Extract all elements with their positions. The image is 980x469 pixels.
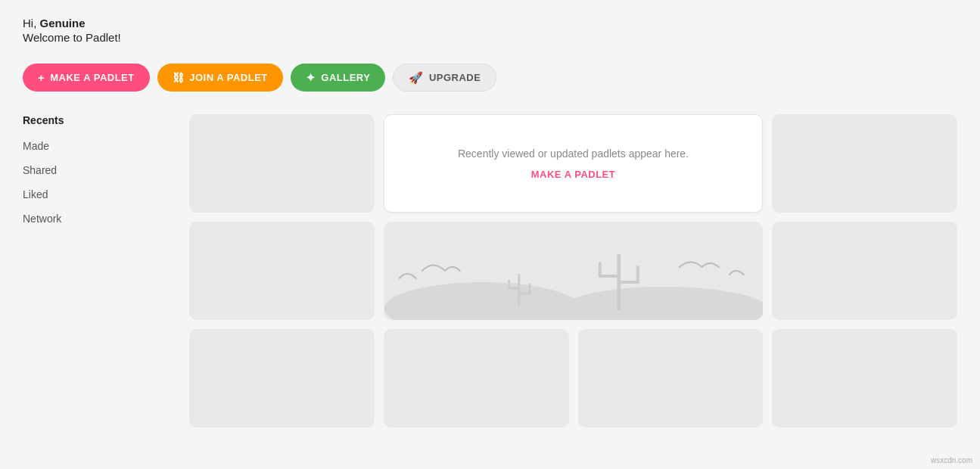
plus-icon: + xyxy=(38,72,45,83)
upgrade-button[interactable]: 🚀 UPGRADE xyxy=(393,64,496,92)
watermark: wsxcdn.com xyxy=(931,456,972,464)
grid-cell-r2c4 xyxy=(772,222,957,320)
grid-cell-r3c1 xyxy=(189,329,375,427)
grid-cell-r3c2 xyxy=(384,329,569,427)
sidebar-item-made[interactable]: Made xyxy=(23,135,174,157)
gallery-button[interactable]: ✦ GALLERY xyxy=(291,64,386,92)
join-padlet-button[interactable]: ⛓ JOIN A PADLET xyxy=(157,64,283,92)
grid-cell-r2c1 xyxy=(189,222,375,320)
gallery-label: GALLERY xyxy=(321,72,370,83)
greeting-line: Hi, Genuine xyxy=(23,15,957,31)
join-padlet-label: JOIN A PADLET xyxy=(189,72,268,83)
make-padlet-label: MAKE A PADLET xyxy=(50,72,134,83)
action-buttons-row: + MAKE A PADLET ⛓ JOIN A PADLET ✦ GALLER… xyxy=(23,64,957,92)
content-area: Recently viewed or updated padlets appea… xyxy=(189,114,957,427)
header: Hi, Genuine Welcome to Padlet! xyxy=(23,15,957,44)
page-wrapper: Hi, Genuine Welcome to Padlet! + MAKE A … xyxy=(0,0,980,443)
empty-state-card: Recently viewed or updated padlets appea… xyxy=(384,114,764,213)
grid-cell-r1c1 xyxy=(189,114,375,213)
upgrade-label: UPGRADE xyxy=(429,72,481,83)
make-padlet-button[interactable]: + MAKE A PADLET xyxy=(23,64,150,92)
padlets-grid: Recently viewed or updated padlets appea… xyxy=(189,114,957,427)
link-icon: ⛓ xyxy=(173,72,185,83)
grid-cell-r1c4 xyxy=(772,114,957,213)
sidebar-item-shared[interactable]: Shared xyxy=(23,160,174,181)
main-layout: Recents Made Shared Liked Network Recent… xyxy=(23,114,957,427)
sidebar-item-liked[interactable]: Liked xyxy=(23,184,174,205)
sidebar: Recents Made Shared Liked Network xyxy=(23,114,189,427)
greeting-prefix: Hi, xyxy=(23,17,40,30)
desert-svg xyxy=(384,222,764,320)
desert-illustration-card xyxy=(384,222,764,320)
gallery-icon: ✦ xyxy=(306,72,316,83)
empty-state-cta[interactable]: MAKE A PADLET xyxy=(531,169,615,180)
sidebar-item-network[interactable]: Network xyxy=(23,208,174,229)
username: Genuine xyxy=(40,17,86,30)
rocket-icon: 🚀 xyxy=(409,72,424,83)
grid-cell-r3c4 xyxy=(772,329,957,427)
subtitle: Welcome to Padlet! xyxy=(23,31,957,44)
empty-state-message: Recently viewed or updated padlets appea… xyxy=(458,148,689,160)
sidebar-section-title: Recents xyxy=(23,114,174,126)
grid-cell-r3c3 xyxy=(578,329,764,427)
sidebar-nav: Made Shared Liked Network xyxy=(23,135,174,229)
